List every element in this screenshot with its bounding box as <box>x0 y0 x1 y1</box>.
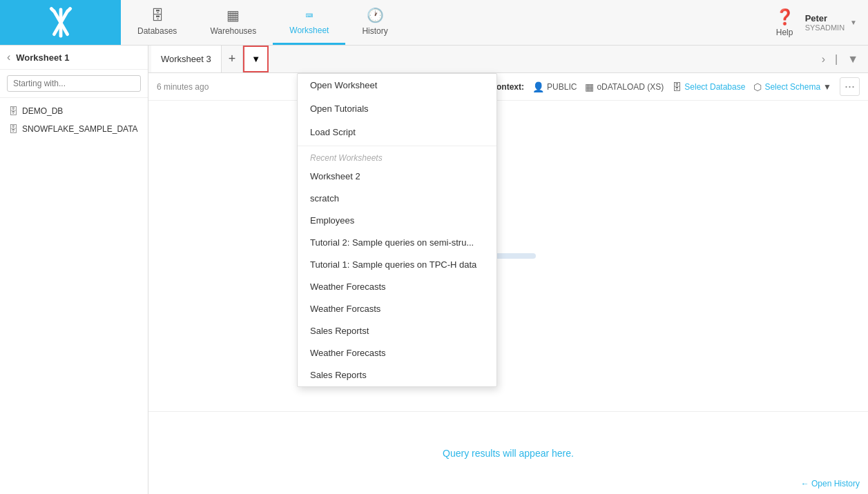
warehouses-icon: ▦ <box>226 7 240 23</box>
sidebar-header: ‹ Worksheet 1 <box>0 46 148 70</box>
menu-item-sales-reportst[interactable]: Sales Reportst <box>298 320 496 342</box>
help-icon: ❓ <box>775 8 794 26</box>
sidebar: ‹ Worksheet 1 🗄 DEMO_DB 🗄 SNOWFLAKE_SAMP… <box>0 46 148 494</box>
menu-item-weather-forecasts1[interactable]: Weather Forecasts <box>298 276 496 298</box>
nav-items: 🗄 Databases ▦ Warehouses ⌨ Worksheet 🕐 H… <box>121 0 764 45</box>
context-item-public: 👤 PUBLIC <box>532 81 577 92</box>
db-icon-2: 🗄 <box>8 124 18 135</box>
user-role: SYSADMIN <box>805 23 845 32</box>
db-icon: 🗄 <box>8 106 18 117</box>
nav-item-databases[interactable]: 🗄 Databases <box>121 0 193 45</box>
nav-label-warehouses: Warehouses <box>210 26 256 36</box>
menu-item-weather-forecasts2[interactable]: Weather Forecasts <box>298 342 496 364</box>
menu-item-load-script[interactable]: Load Script <box>298 121 496 144</box>
tabs-right-arrow-icon[interactable]: › <box>819 53 828 66</box>
tab-dropdown-button[interactable]: ▼ <box>243 46 269 72</box>
help-label: Help <box>776 28 793 37</box>
menu-item-open-tutorials[interactable]: Open Tutorials <box>298 97 496 121</box>
user-name: Peter <box>805 13 845 23</box>
warehouse-icon: ▦ <box>585 81 594 92</box>
context-item-warehouse: ▦ oDATALOAD (XS) <box>585 81 664 92</box>
db-label-snowflake: SNOWFLAKE_SAMPLE_DATA <box>22 124 138 134</box>
results-placeholder-text: Query results will appear here. <box>443 448 574 459</box>
sidebar-toggle-icon[interactable]: ‹ <box>7 51 10 63</box>
nav-item-warehouses[interactable]: ▦ Warehouses <box>193 0 273 45</box>
nav-label-databases: Databases <box>137 26 177 36</box>
public-icon: 👤 <box>532 81 544 92</box>
worksheet-icon: ⌨ <box>305 8 313 23</box>
user-chevron-icon: ▼ <box>850 19 857 26</box>
schema-chevron-icon: ▼ <box>823 82 831 92</box>
editor-area[interactable] <box>148 101 868 411</box>
menu-item-open-worksheet[interactable]: Open Worksheet <box>298 74 496 97</box>
top-nav: 🗄 Databases ▦ Warehouses ⌨ Worksheet 🕐 H… <box>0 0 868 46</box>
main-area: ‹ Worksheet 1 🗄 DEMO_DB 🗄 SNOWFLAKE_SAMP… <box>0 46 868 494</box>
nav-label-history: History <box>362 26 387 36</box>
add-tab-icon: + <box>229 52 236 66</box>
schema-icon: ⬡ <box>753 81 762 92</box>
menu-divider <box>298 146 496 146</box>
menu-item-tutorial1[interactable]: Tutorial 1: Sample queries on TPC-H data <box>298 254 496 276</box>
dropdown-chevron-icon: ▼ <box>251 54 260 64</box>
menu-item-sales-reports[interactable]: Sales Reports <box>298 364 496 386</box>
search-input[interactable] <box>7 75 141 92</box>
tab-label-worksheet3: Worksheet 3 <box>161 54 211 64</box>
nav-item-history[interactable]: 🕐 History <box>345 0 404 45</box>
user-menu[interactable]: Peter SYSADMIN ▼ <box>805 13 857 32</box>
menu-item-worksheet2[interactable]: Worksheet 2 <box>298 166 496 188</box>
db-context-icon: 🗄 <box>672 81 682 92</box>
recent-worksheets-label: Recent Worksheets <box>298 148 496 166</box>
public-label: PUBLIC <box>547 82 577 92</box>
tab-add-button[interactable]: + <box>222 46 244 72</box>
nav-right: ❓ Help Peter SYSADMIN ▼ <box>764 0 868 45</box>
db-item-snowflake[interactable]: 🗄 SNOWFLAKE_SAMPLE_DATA <box>0 120 148 138</box>
tabs-dropdown-icon[interactable]: ▼ <box>845 53 861 66</box>
open-history-label: ← Open History <box>801 479 860 488</box>
menu-item-weather-forcasts[interactable]: Weather Forcasts <box>298 298 496 320</box>
context-item-schema: ⬡ Select Schema ▼ <box>753 81 831 92</box>
sidebar-search <box>0 70 148 98</box>
content-area: Worksheet 3 + ▼ › | ▼ 6 minutes ago Cont… <box>148 46 868 494</box>
sidebar-title: Worksheet 1 <box>16 52 69 63</box>
menu-item-employees[interactable]: Employees <box>298 210 496 232</box>
context-item-db: 🗄 Select Database <box>672 81 745 92</box>
tabs-pipe-separator: | <box>832 53 840 66</box>
menu-item-tutorial2[interactable]: Tutorial 2: Sample queries on semi-stru.… <box>298 232 496 254</box>
tabs-bar: Worksheet 3 + ▼ › | ▼ <box>148 46 868 73</box>
menu-item-scratch[interactable]: scratch <box>298 188 496 210</box>
nav-label-worksheet: Worksheet <box>289 26 329 35</box>
databases-icon: 🗄 <box>151 8 164 23</box>
tab-worksheet3[interactable]: Worksheet 3 <box>151 46 222 72</box>
dropdown-menu: Open Worksheet Open Tutorials Load Scrip… <box>297 73 497 387</box>
open-history-button[interactable]: ← Open History <box>793 473 868 494</box>
db-item-demo[interactable]: 🗄 DEMO_DB <box>0 102 148 120</box>
select-schema-link[interactable]: Select Schema <box>764 82 820 92</box>
tabs-right: › | ▼ <box>815 53 865 66</box>
results-area: Query results will appear here. ← Open H… <box>148 411 868 494</box>
warehouse-label: oDATALOAD (XS) <box>597 82 664 92</box>
select-database-link[interactable]: Select Database <box>684 82 745 92</box>
help-button[interactable]: ❓ Help <box>775 8 794 37</box>
db-label-demo: DEMO_DB <box>22 106 63 116</box>
sidebar-db-list: 🗄 DEMO_DB 🗄 SNOWFLAKE_SAMPLE_DATA <box>0 98 148 142</box>
snowflake-logo[interactable] <box>0 0 121 45</box>
history-icon: 🕐 <box>367 7 384 23</box>
more-button[interactable]: ··· <box>840 77 860 96</box>
context-bar: 6 minutes ago Context: 👤 PUBLIC ▦ oDATAL… <box>148 73 868 101</box>
nav-item-worksheet[interactable]: ⌨ Worksheet <box>273 0 345 45</box>
